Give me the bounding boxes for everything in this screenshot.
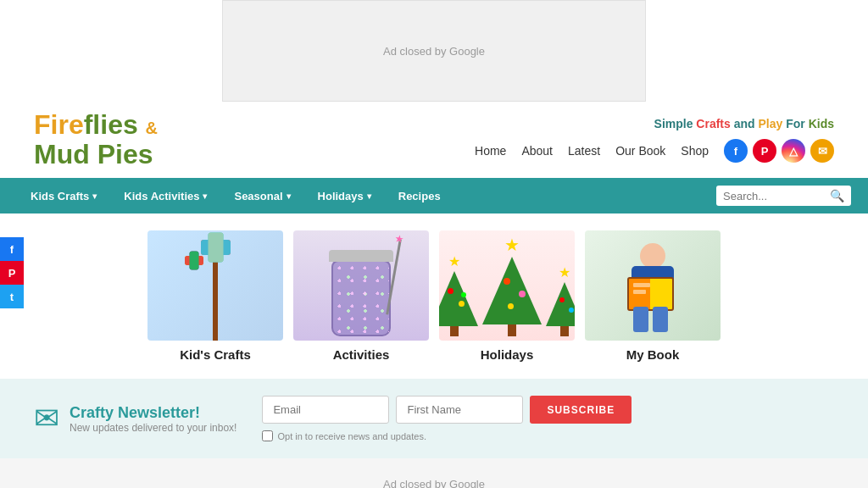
card-activities-label: Activities	[293, 347, 429, 362]
xmas-tree-3: ★	[546, 264, 575, 336]
search-input[interactable]	[723, 190, 825, 202]
newsletter-subtitle: New updates delivered to your inbox!	[70, 422, 236, 434]
newsletter-checkbox[interactable]	[262, 430, 273, 441]
kids-crafts-label: Kids Crafts	[31, 190, 89, 202]
logo-mud: Mud	[34, 139, 90, 169]
header-facebook-icon[interactable]: f	[724, 139, 748, 163]
subscribe-button[interactable]: SUBSCRIBE	[530, 396, 632, 424]
seasonal-arrow: ▾	[287, 191, 291, 201]
top-ad-text: Ad closed by Google	[383, 45, 485, 58]
tree-body-2	[482, 257, 542, 324]
card-activities-image: ★	[293, 230, 429, 341]
newsletter-icon: ✉	[34, 401, 59, 436]
tree-body-1	[439, 271, 478, 326]
site-logo[interactable]: Fireflies & Mud Pies	[34, 110, 158, 169]
ornament-6	[508, 303, 514, 309]
card-holidays-label: Holidays	[439, 347, 575, 362]
jar-glitter	[333, 262, 389, 335]
tree-body-3	[546, 282, 575, 326]
site-header: Fireflies & Mud Pies Simple Crafts and P…	[0, 102, 868, 178]
card-holidays[interactable]: ★ ★	[439, 230, 575, 362]
sidebar-facebook-button[interactable]: f	[0, 237, 24, 261]
ornament-5	[519, 291, 526, 297]
nav-seasonal[interactable]: Seasonal ▾	[220, 178, 303, 214]
nav-kids-crafts[interactable]: Kids Crafts ▾	[17, 178, 110, 214]
cards-grid: Kid's Crafts ★ Activities	[34, 230, 834, 362]
holidays-arrow: ▾	[367, 191, 371, 201]
search-area: 🔍	[716, 186, 851, 206]
kids-activities-arrow: ▾	[203, 191, 207, 201]
sidebar-twitter-button[interactable]: t	[0, 285, 24, 308]
newsletter-email-input[interactable]	[262, 396, 389, 424]
sidebar-pinterest-button[interactable]: P	[0, 261, 24, 285]
tree-star-1: ★	[448, 253, 460, 269]
newsletter-left: ✉ Crafty Newsletter! New updates deliver…	[34, 401, 236, 436]
recipes-label: Recipes	[398, 190, 441, 202]
card-mybook-image	[585, 230, 721, 341]
header-email-icon[interactable]: ✉	[810, 139, 834, 163]
ornament-8	[569, 308, 574, 313]
pinterest-icon: P	[8, 267, 16, 280]
nav-holidays[interactable]: Holidays ▾	[304, 178, 385, 214]
tagline-play: Play	[759, 117, 783, 130]
ornament-7	[559, 297, 565, 302]
tree-trunk-1	[450, 326, 459, 336]
tree-star-3: ★	[559, 264, 570, 280]
leg-right	[653, 307, 668, 332]
header-social-icons: f P △ ✉	[724, 139, 834, 163]
xmas-tree-1: ★	[439, 253, 478, 336]
newsletter-firstname-input[interactable]	[396, 396, 523, 424]
header-nav: Home About Latest Our Book Shop f P △ ✉	[475, 139, 834, 163]
bottom-ad-text: Ad closed by Google	[383, 478, 485, 488]
tagline-and: and	[734, 117, 755, 130]
ornament-4	[504, 278, 510, 285]
boy-figure	[619, 239, 687, 332]
windmill-stick	[213, 256, 218, 341]
header-pinterest-icon[interactable]: P	[753, 139, 776, 163]
xmas-tree-2: ★	[482, 235, 542, 336]
holidays-label: Holidays	[318, 190, 364, 202]
card-crafts-image	[147, 230, 283, 341]
bottom-ad-banner: Ad closed by Google	[0, 458, 868, 488]
newsletter-checkbox-row: Opt in to receive news and updates.	[262, 430, 834, 441]
nav-shop[interactable]: Shop	[681, 144, 709, 158]
tagline-simple: Simple	[654, 117, 693, 130]
logo-amp: &	[146, 119, 158, 137]
nav-home[interactable]: Home	[475, 144, 506, 158]
ornament-3	[461, 292, 466, 297]
card-holidays-image: ★ ★	[439, 230, 575, 341]
blade-8	[190, 252, 199, 270]
book-line-1	[633, 283, 650, 287]
card-crafts[interactable]: Kid's Crafts	[147, 230, 283, 362]
book-line-2	[633, 290, 646, 294]
ornament-1	[448, 288, 453, 294]
newsletter-form: SUBSCRIBE Opt in to receive news and upd…	[262, 396, 834, 441]
facebook-icon: f	[10, 243, 14, 256]
card-activities[interactable]: ★ Activities	[293, 230, 429, 362]
ornament-2	[459, 301, 465, 307]
nav-recipes[interactable]: Recipes	[385, 178, 454, 214]
tagline-crafts: Crafts	[696, 117, 730, 130]
nav-kids-activities[interactable]: Kids Activities ▾	[110, 178, 220, 214]
social-sidebar: f P t	[0, 237, 24, 308]
glitter-jar	[331, 260, 391, 336]
tagline-for: For	[786, 117, 805, 130]
jar-lid	[329, 250, 393, 262]
card-mybook-label: My Book	[585, 347, 721, 362]
header-right: Simple Crafts and Play For Kids Home Abo…	[475, 117, 834, 163]
nav-latest[interactable]: Latest	[568, 144, 600, 158]
header-instagram-icon[interactable]: △	[782, 139, 805, 163]
seasonal-label: Seasonal	[234, 190, 282, 202]
search-icon[interactable]: 🔍	[830, 189, 844, 202]
blade-4	[209, 233, 224, 263]
top-ad-container: Ad closed by Google	[0, 0, 868, 102]
boy-book	[627, 277, 674, 311]
nav-our-book[interactable]: Our Book	[615, 144, 665, 158]
card-crafts-label: Kid's Crafts	[147, 347, 283, 362]
jar-wrapper: ★	[331, 264, 391, 341]
boy-legs	[633, 307, 671, 332]
tagline-kids: Kids	[809, 117, 834, 130]
newsletter-inputs: SUBSCRIBE	[262, 396, 834, 424]
card-mybook[interactable]: My Book	[585, 230, 721, 362]
nav-about[interactable]: About	[521, 144, 553, 158]
